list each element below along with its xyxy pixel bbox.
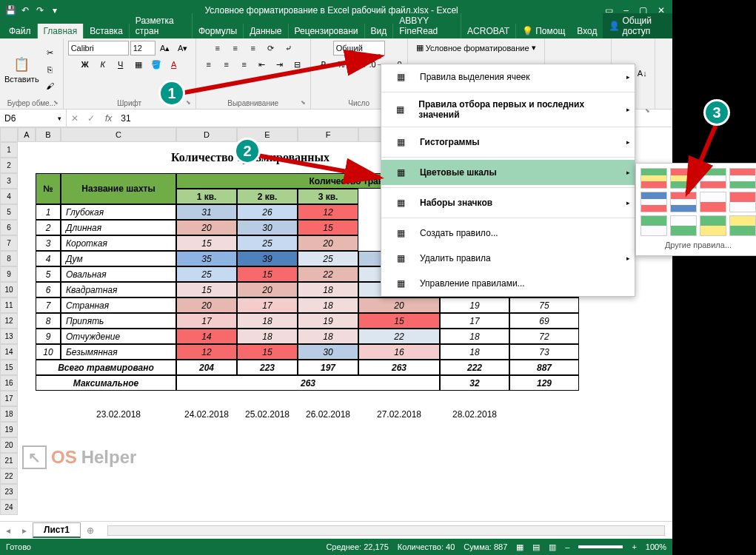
row-header[interactable]: 14 bbox=[0, 344, 18, 360]
cell[interactable]: 263 bbox=[176, 375, 440, 391]
col-header[interactable]: D bbox=[176, 127, 237, 142]
view-normal-icon[interactable]: ▦ bbox=[516, 542, 523, 552]
sort-filter-icon[interactable]: A↓ bbox=[634, 66, 650, 81]
cell[interactable]: 7 bbox=[36, 297, 61, 313]
cell[interactable]: 5 bbox=[36, 266, 61, 282]
row-header[interactable]: 21 bbox=[0, 453, 18, 468]
zoom-level[interactable]: 100% bbox=[646, 542, 666, 551]
cell[interactable]: 69 bbox=[509, 313, 579, 329]
row-header[interactable]: 9 bbox=[0, 266, 18, 282]
color-scale-swatch[interactable] bbox=[640, 192, 667, 212]
row-header[interactable]: 7 bbox=[0, 235, 18, 251]
cell[interactable]: 25.02.2018 bbox=[237, 406, 298, 422]
cell[interactable]: 2 кв. bbox=[237, 189, 298, 204]
more-rules-link[interactable]: Другие правила... bbox=[640, 236, 756, 251]
cell[interactable]: 204 bbox=[176, 360, 237, 375]
cell[interactable]: 15 bbox=[176, 235, 237, 251]
cell[interactable]: 12 bbox=[176, 344, 237, 360]
cell[interactable]: 19 bbox=[440, 297, 509, 313]
bold-icon[interactable]: Ж bbox=[77, 57, 93, 72]
paste-button[interactable]: 📋 Вставить bbox=[4, 56, 39, 84]
cell[interactable]: Глубокая bbox=[61, 204, 176, 220]
zoom-in-icon[interactable]: + bbox=[632, 542, 636, 551]
sheet-nav-prev-icon[interactable]: ◂ bbox=[0, 525, 16, 536]
cell[interactable]: 20 bbox=[237, 282, 298, 297]
cell[interactable]: 3 bbox=[36, 235, 61, 251]
tab-home[interactable]: Главная bbox=[38, 24, 84, 38]
cell[interactable]: 18 bbox=[298, 329, 358, 344]
cell[interactable]: 14 bbox=[176, 329, 237, 344]
cell[interactable]: 24.02.2018 bbox=[176, 406, 237, 422]
row-header[interactable]: 24 bbox=[0, 500, 18, 515]
cell[interactable]: 22 bbox=[298, 266, 358, 282]
color-scale-swatch[interactable] bbox=[640, 168, 667, 189]
redo-icon[interactable]: ↷ bbox=[34, 5, 46, 16]
tab-share[interactable]: 👤 Общий доступ bbox=[603, 13, 672, 38]
cell[interactable]: Максимальное bbox=[36, 375, 176, 391]
cell[interactable]: 263 bbox=[358, 360, 440, 375]
underline-icon[interactable]: Ч bbox=[113, 57, 129, 72]
cell[interactable]: 22 bbox=[358, 329, 440, 344]
cell[interactable]: Название шахты bbox=[61, 173, 176, 204]
cell[interactable]: 129 bbox=[509, 375, 579, 391]
cancel-icon[interactable]: ✕ bbox=[67, 113, 83, 124]
color-scale-swatch[interactable] bbox=[700, 215, 726, 236]
cut-icon[interactable]: ✂ bbox=[42, 46, 58, 61]
tab-formulas[interactable]: Формулы bbox=[193, 24, 244, 38]
cell[interactable]: № bbox=[36, 173, 61, 204]
qat-more-icon[interactable]: ▾ bbox=[49, 5, 61, 16]
conditional-formatting-button[interactable]: ▦ Условное форматирование ▾ bbox=[412, 41, 540, 55]
col-header[interactable]: F bbox=[298, 127, 358, 142]
row-header[interactable]: 19 bbox=[0, 422, 18, 437]
col-header[interactable]: C bbox=[61, 127, 176, 142]
cell[interactable]: 197 bbox=[298, 360, 358, 375]
cell[interactable]: 16 bbox=[358, 344, 440, 360]
tab-file[interactable]: Файл bbox=[3, 24, 38, 38]
name-box[interactable]: D6▾ bbox=[0, 110, 67, 127]
cell[interactable]: 20 bbox=[176, 220, 237, 235]
cell[interactable]: 19 bbox=[298, 313, 358, 329]
cf-data-bars[interactable]: ▦Гистограммы▸ bbox=[381, 130, 635, 155]
cell[interactable]: Отчуждение bbox=[61, 329, 176, 344]
cell[interactable]: 18 bbox=[237, 313, 298, 329]
zoom-out-icon[interactable]: – bbox=[565, 542, 569, 551]
cell[interactable]: 27.02.2018 bbox=[358, 406, 440, 422]
cell[interactable]: Дум bbox=[61, 251, 176, 266]
cell[interactable]: Припять bbox=[61, 313, 176, 329]
font-size-select[interactable] bbox=[130, 41, 155, 56]
cell[interactable]: 18 bbox=[298, 282, 358, 297]
cell[interactable]: 20 bbox=[358, 297, 440, 313]
cell[interactable]: 15 bbox=[176, 282, 237, 297]
tab-acrobat[interactable]: ACROBAT bbox=[461, 24, 516, 38]
sheet-nav-next-icon[interactable]: ▸ bbox=[16, 525, 33, 536]
cell[interactable]: 25 bbox=[176, 266, 237, 282]
cell[interactable]: 20 bbox=[298, 235, 358, 251]
tab-insert[interactable]: Вставка bbox=[84, 24, 130, 38]
cell[interactable]: 31 bbox=[176, 204, 237, 220]
cell[interactable]: 30 bbox=[237, 220, 298, 235]
cell[interactable]: Квадратная bbox=[61, 282, 176, 297]
cell[interactable]: 25 bbox=[237, 235, 298, 251]
sheet-tab[interactable]: Лист1 bbox=[33, 522, 81, 538]
cell[interactable]: 15 bbox=[237, 344, 298, 360]
color-scale-swatch[interactable] bbox=[729, 168, 756, 189]
increase-font-icon[interactable]: A▴ bbox=[157, 41, 173, 56]
row-header[interactable]: 17 bbox=[0, 391, 18, 406]
cell[interactable]: 222 bbox=[440, 360, 509, 375]
cf-top-bottom-rules[interactable]: ▦Правила отбора первых и последних значе… bbox=[381, 95, 635, 124]
cf-manage-rules[interactable]: ▦Управление правилами... bbox=[381, 271, 635, 296]
col-header[interactable]: A bbox=[18, 127, 36, 142]
cell[interactable]: 15 bbox=[298, 220, 358, 235]
cell[interactable]: 32 bbox=[440, 375, 509, 391]
cell[interactable]: 1 bbox=[36, 204, 61, 220]
row-header[interactable]: 11 bbox=[0, 297, 18, 313]
cell[interactable]: 17 bbox=[176, 313, 237, 329]
fx-icon[interactable]: fx bbox=[99, 113, 118, 124]
row-header[interactable]: 22 bbox=[0, 468, 18, 484]
cf-highlight-rules[interactable]: ▦Правила выделения ячеек▸ bbox=[381, 64, 635, 90]
zoom-slider[interactable] bbox=[578, 545, 623, 548]
cell[interactable]: 887 bbox=[509, 360, 579, 375]
tab-view[interactable]: Вид bbox=[365, 24, 394, 38]
row-header[interactable]: 1 bbox=[0, 142, 18, 158]
color-scale-swatch[interactable] bbox=[670, 215, 697, 236]
